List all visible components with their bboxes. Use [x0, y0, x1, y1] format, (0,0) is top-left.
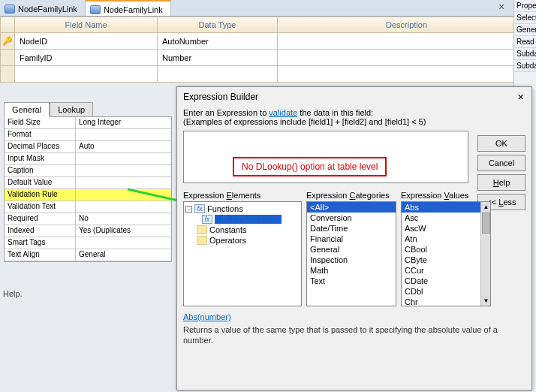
prop-name: Decimal Places [5, 141, 76, 152]
list-item[interactable]: CByte [402, 255, 490, 265]
property-row[interactable]: Default Value [5, 177, 171, 189]
row-selector[interactable] [0, 66, 15, 83]
tab-nodefamilylink-2[interactable]: NodeFamilyLink [86, 0, 171, 16]
prop-value[interactable] [76, 237, 171, 249]
list-item[interactable]: Chr [402, 297, 490, 306]
list-item[interactable]: CDbl [402, 286, 490, 297]
syntax-link[interactable]: Abs(number) [183, 312, 231, 321]
fx-icon: fx [202, 215, 212, 224]
property-sheet-sliver: Propert Selectio Genera Read C Subdat Su… [513, 0, 536, 90]
property-row[interactable]: Field SizeLong Integer [5, 117, 171, 129]
list-item[interactable]: AscW [402, 223, 490, 234]
list-item[interactable]: Text [307, 276, 396, 286]
row-selector-header[interactable] [0, 17, 15, 33]
prop-value[interactable]: Auto [76, 141, 171, 152]
prop-value[interactable] [76, 153, 171, 164]
field-properties: General Lookup Field SizeLong IntegerFor… [4, 101, 172, 262]
list-item[interactable]: Financial [307, 234, 396, 244]
prop-value[interactable]: Yes (Duplicates [76, 225, 171, 237]
scrollbar[interactable]: ▲▼ [480, 202, 490, 306]
prop-value[interactable]: General [76, 249, 171, 261]
property-row[interactable]: RequiredNo [5, 213, 171, 225]
list-item[interactable]: Date/Time [307, 223, 396, 234]
tree-item-operators[interactable]: Operators [209, 236, 246, 245]
description-cell[interactable] [278, 50, 536, 66]
values-list[interactable]: AbsAscAscWAtnCBoolCByteCCurCDateCDblChrC… [401, 201, 491, 306]
prop-value[interactable]: No [76, 213, 171, 225]
close-icon[interactable]: × [498, 2, 510, 14]
cancel-button[interactable]: Cancel [477, 155, 525, 171]
list-item[interactable]: CCur [402, 265, 490, 276]
help-button[interactable]: Help [477, 174, 525, 191]
close-button[interactable]: ✕ [513, 91, 527, 103]
prop-name: Format [5, 129, 76, 140]
categories-label: Expression Categories [306, 191, 396, 200]
list-item[interactable]: Math [307, 265, 396, 276]
property-row[interactable]: Format [5, 129, 171, 141]
validate-link[interactable]: validate [269, 108, 297, 117]
list-item[interactable]: <All> [307, 202, 396, 213]
prop-value[interactable]: Long Integer [76, 117, 171, 128]
prop-name: Input Mask [5, 153, 76, 164]
prop-value[interactable] [76, 201, 171, 213]
field-grid: Field Name Data Type Description 🔑 NodeI… [0, 17, 536, 83]
property-row[interactable]: Validation Text [5, 201, 171, 213]
tree-item-functions[interactable]: Functions [207, 204, 243, 213]
tab-lookup[interactable]: Lookup [50, 102, 93, 117]
tab-label: NodeFamilyLink [104, 5, 163, 14]
property-row[interactable]: IndexedYes (Duplicates [5, 225, 171, 237]
list-item[interactable]: CDate [402, 276, 490, 286]
property-row[interactable]: Input Mask [5, 153, 171, 165]
label: Read C [514, 36, 536, 48]
prop-name: Validation Rule [5, 189, 76, 201]
column-header-fieldname[interactable]: Field Name [15, 17, 158, 33]
property-row[interactable]: Decimal PlacesAuto [5, 141, 171, 153]
prop-name: Indexed [5, 225, 76, 237]
data-type-cell[interactable]: AutoNumber [158, 33, 278, 50]
row-selector[interactable] [0, 50, 15, 66]
list-item[interactable]: Atn [402, 234, 490, 244]
label: Selectio [514, 12, 536, 24]
prop-value[interactable] [76, 165, 171, 176]
property-row[interactable]: Text AlignGeneral [5, 249, 171, 261]
table-icon [90, 5, 101, 14]
collapse-icon[interactable]: - [185, 206, 192, 213]
elements-tree[interactable]: -fxFunctions fxBuilt-In Functions Consta… [183, 201, 302, 306]
scroll-up-icon[interactable]: ▲ [481, 202, 491, 212]
column-header-description[interactable]: Description [278, 17, 536, 33]
tree-item-builtin[interactable]: Built-In Functions [215, 215, 282, 224]
tree-item-constants[interactable]: Constants [209, 225, 247, 234]
list-item[interactable]: Abs [402, 202, 490, 213]
list-item[interactable]: Asc [402, 213, 490, 223]
scroll-thumb[interactable] [482, 213, 490, 234]
description-cell[interactable] [278, 33, 536, 50]
list-item[interactable]: Inspection [307, 255, 396, 265]
label: Subdat [514, 60, 536, 72]
tab-general[interactable]: General [4, 102, 50, 117]
data-type-cell[interactable] [158, 66, 278, 83]
data-type-cell[interactable]: Number [158, 50, 278, 66]
categories-list[interactable]: <All>ConversionDate/TimeFinancialGeneral… [306, 201, 396, 306]
row-selector[interactable]: 🔑 [0, 33, 15, 50]
prop-value[interactable] [76, 129, 171, 140]
prop-value[interactable] [76, 189, 171, 201]
field-name-cell[interactable] [15, 66, 158, 83]
ok-button[interactable]: OK [477, 135, 525, 152]
list-item[interactable]: Conversion [307, 213, 396, 223]
field-name-cell[interactable]: NodeID [15, 33, 158, 50]
prop-value[interactable] [76, 177, 171, 188]
label: Subdat [514, 48, 536, 60]
column-header-datatype[interactable]: Data Type [158, 17, 278, 33]
property-row[interactable]: Validation Rule [5, 189, 171, 201]
list-item[interactable]: CBool [402, 244, 490, 255]
tab-nodefamilylink-1[interactable]: NodeFamilyLink [0, 0, 86, 16]
property-row[interactable]: Smart Tags [5, 237, 171, 249]
property-row[interactable]: Caption [5, 165, 171, 177]
prop-name: Field Size [5, 117, 76, 128]
field-name-cell[interactable]: FamilyID [15, 50, 158, 66]
expression-textarea[interactable]: No DLookup() option at table level [183, 131, 468, 183]
examples-text: (Examples of expressions include [field1… [183, 117, 525, 126]
description-cell[interactable] [278, 66, 536, 83]
list-item[interactable]: General [307, 244, 396, 255]
scroll-down-icon[interactable]: ▼ [481, 296, 491, 306]
